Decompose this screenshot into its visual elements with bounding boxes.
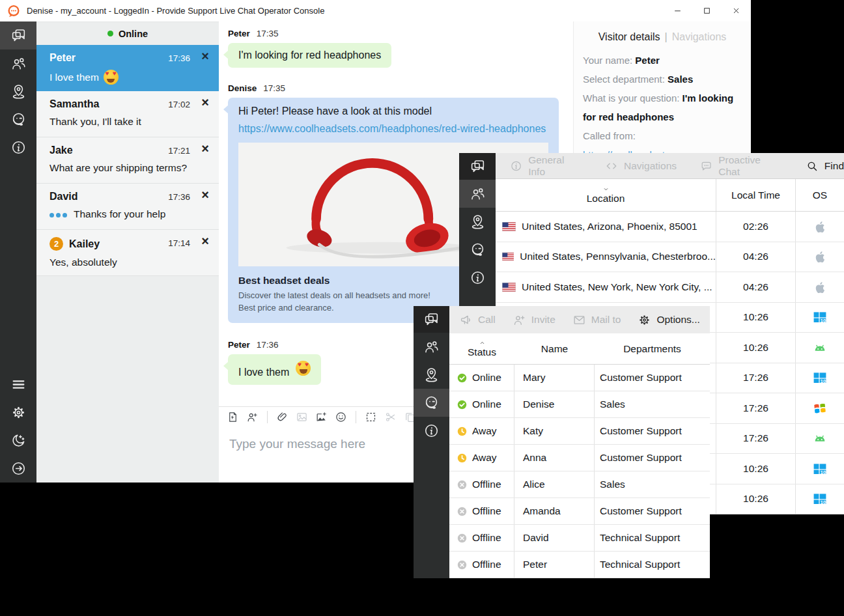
chat-list-item[interactable]: David 17:36 × Thanks for your help [36,184,219,230]
online-status-icon [457,399,468,410]
toolbar-options-button[interactable]: Options... [638,313,699,327]
operators-icon [10,111,27,128]
operator-row[interactable]: Offline David Technical Support [449,525,710,552]
sidebar-item-operators[interactable] [459,236,496,264]
operator-row[interactable]: Online Mary Customer Support [449,365,710,391]
operator-row[interactable]: Online Denise Sales [449,391,710,418]
tab-label: Proactive Chat [718,154,782,178]
column-header-os[interactable]: OS [796,179,844,211]
visitor-location: United States, Arizona, Phoenix, 85001 [522,221,697,232]
code-icon [605,160,618,173]
close-chat-icon[interactable]: × [201,234,209,247]
tab-general-info[interactable]: General Info [510,154,582,178]
operator-row[interactable]: Away Anna Customer Support [449,445,710,471]
operator-row[interactable]: Offline Amanda Customer Support [449,498,710,525]
visitor-row[interactable]: United States, Pennsylvania, Chesterbroo… [496,242,844,273]
chat-preview: What are your shipping terms? [49,162,210,174]
sidebar-item-geo-location[interactable] [0,77,36,105]
operator-status[interactable]: Online [36,22,219,45]
close-button[interactable] [722,0,751,21]
sidebar-item-info[interactable] [459,264,496,292]
canned-response-icon [227,411,239,423]
insert-image-button[interactable] [296,411,308,423]
column-header-departments[interactable]: Departments [595,333,710,364]
operator-row[interactable]: Offline Peter Technical Support [449,552,710,578]
sidebar-item-settings[interactable] [0,399,36,427]
toolbar-mail-to-button[interactable]: Mail to [572,313,621,327]
column-header-name[interactable]: Name [514,333,595,364]
department-cell: Technical Support [595,525,710,551]
status-cell: Online [449,391,514,417]
name-cell: Amanda [514,498,595,524]
chat-list-item[interactable]: Peter 17:36 × I love them♥♥ [36,45,219,91]
close-chat-icon[interactable]: × [201,49,209,63]
sidebar-item-away-mode[interactable] [0,427,36,455]
chat-preview: Yes, absolutely [49,257,210,268]
chat-time: 17:36 [168,192,190,202]
local-time-cell: 04:26 [716,242,796,272]
push-image-button[interactable] [315,411,328,423]
chat-list-items: Peter 17:36 × I love them♥♥ Samantha 17:… [36,45,219,276]
operator-row[interactable]: Offline Alice Sales [449,471,710,498]
status-cell: Online [449,365,514,391]
sidebar-item-geo-location[interactable] [459,208,496,236]
message-link[interactable]: https://www.coolheadsets.com/headphones/… [238,123,548,135]
cut-button[interactable] [384,411,397,423]
tab-navigations[interactable]: Navigations [672,31,727,42]
operators-toolbar: CallInviteMail toOptions... [449,306,710,333]
sidebar-item-chats[interactable] [414,306,449,333]
tab-proactive-chat[interactable]: Proactive Chat [700,154,782,178]
away-status-icon [457,426,468,437]
sidebar-item-chats[interactable] [0,21,36,49]
windows10-icon [812,491,828,507]
sidebar-item-visitors[interactable] [459,180,496,208]
canned-response-button[interactable] [227,411,239,423]
local-time-cell: 10:26 [716,484,796,514]
column-header-location[interactable]: Location [496,179,716,211]
sidebar-item-chats[interactable] [459,153,496,180]
sidebar-item-visitors[interactable] [414,333,449,361]
emoticons-button[interactable] [335,411,347,423]
visitor-row[interactable]: United States, New York, New York City, … [496,272,844,303]
tab-separator: | [665,31,668,42]
minimize-button[interactable] [663,0,692,21]
attach-file-button[interactable] [276,411,288,423]
close-chat-icon[interactable]: × [201,96,209,109]
apple-icon [812,219,828,234]
select-area-button[interactable] [365,411,377,423]
chat-list-item[interactable]: Jake 17:21 × What are your shipping term… [36,137,219,184]
tab-navigations[interactable]: Navigations [605,160,677,173]
sidebar-item-menu[interactable] [0,371,36,399]
toolbar-call-button[interactable]: Call [459,313,496,327]
info-icon [423,423,440,439]
visitor-row[interactable]: United States, Arizona, Phoenix, 85001 0… [496,212,844,242]
sidebar-item-logout[interactable] [0,455,36,483]
column-header-local-time[interactable]: Local Time [716,179,796,211]
chat-list-item[interactable]: Samantha 17:02 × Thank you, I'll take it [36,91,219,137]
toolbar-invite-button[interactable]: Invite [513,313,556,327]
local-time-cell: 02:26 [716,212,796,242]
close-chat-icon[interactable]: × [201,142,209,155]
name-cell: Alice [514,471,595,497]
sidebar-item-info[interactable] [414,417,449,445]
maximize-button[interactable] [692,0,722,21]
field-value: Peter [635,55,660,66]
column-header-status[interactable]: Status [449,333,514,364]
add-operator-button[interactable] [246,411,259,423]
close-chat-icon[interactable]: × [201,188,209,201]
tab-find[interactable]: Find [806,160,844,173]
logout-icon [10,460,27,477]
sidebar-item-operators[interactable] [0,105,36,133]
operators-icon [470,242,486,258]
sidebar-item-visitors[interactable] [0,49,36,77]
field-label: What is your question: [583,92,682,104]
chats-icon [470,158,486,175]
operator-status-text: Offline [472,559,501,570]
sidebar-item-info[interactable] [0,133,36,161]
operators-icon [423,395,440,411]
chat-list-item[interactable]: 2Kailey 17:14 × Yes, absolutely [36,230,219,276]
sidebar-item-operators[interactable] [414,389,449,417]
sidebar-item-geo-location[interactable] [414,361,449,389]
operator-row[interactable]: Away Katy Customer Support [449,418,710,445]
tab-visitor-details[interactable]: Visitor details [598,31,660,42]
